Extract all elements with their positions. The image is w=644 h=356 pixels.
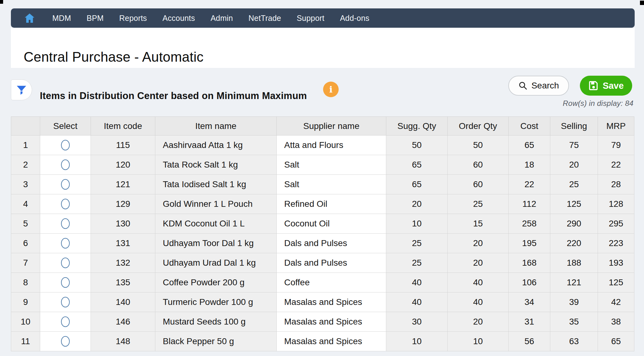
select-cell[interactable] [40, 273, 91, 292]
select-cell[interactable] [40, 194, 91, 214]
sugg-qty-cell: 20 [386, 194, 448, 214]
column-header-select: Select [40, 117, 91, 135]
order-qty-cell: 20 [448, 234, 509, 253]
sugg-qty-cell: 25 [386, 253, 448, 273]
mrp-cell: 65 [598, 332, 634, 351]
search-button[interactable]: Search [508, 76, 569, 96]
nav-item-mdm[interactable]: MDM [45, 14, 79, 23]
info-icon-glyph: i [329, 84, 333, 95]
select-radio[interactable] [61, 218, 70, 229]
supplier-name-cell: Masalas and Spices [277, 312, 386, 332]
supplier-name-cell: Refined Oil [277, 194, 386, 214]
info-icon[interactable]: i [323, 82, 339, 97]
table-row: 5130KDM Coconut Oil 1 LCoconut Oil101525… [11, 214, 634, 234]
order-qty-cell: 40 [448, 292, 509, 312]
item-code-cell: 146 [91, 312, 155, 332]
screenshot-artifact-top-right [640, 1, 644, 5]
sugg-qty-cell: 65 [386, 155, 448, 175]
table-header-row: SelectItem codeItem nameSupplier nameSug… [11, 117, 634, 135]
nav-item-support[interactable]: Support [289, 14, 332, 23]
select-cell[interactable] [40, 253, 91, 273]
mrp-cell: 193 [598, 253, 634, 273]
item-code-cell: 132 [91, 253, 155, 273]
row-number-cell: 8 [11, 273, 40, 292]
nav-item-reports[interactable]: Reports [111, 14, 155, 23]
home-icon[interactable] [24, 12, 35, 24]
select-cell[interactable] [40, 292, 91, 312]
table-row: 1115Aashirvaad Atta 1 kgAtta and Flours5… [11, 135, 634, 155]
save-button[interactable]: Save [580, 76, 632, 96]
mrp-cell: 22 [598, 155, 634, 175]
select-cell[interactable] [40, 155, 91, 175]
select-radio[interactable] [61, 297, 70, 307]
nav-item-admin[interactable]: Admin [203, 14, 241, 23]
select-radio[interactable] [61, 159, 70, 170]
mrp-cell: 38 [598, 312, 634, 332]
sugg-qty-cell: 25 [386, 234, 448, 253]
sugg-qty-cell: 50 [386, 135, 448, 155]
supplier-name-cell: Dals and Pulses [277, 253, 386, 273]
selling-cell: 39 [550, 292, 598, 312]
supplier-name-cell: Coffee [277, 273, 386, 292]
select-cell[interactable] [40, 214, 91, 234]
nav-item-nettrade[interactable]: NetTrade [241, 14, 289, 23]
item-name-cell: Mustard Seeds 100 g [155, 312, 277, 332]
cost-cell: 22 [509, 175, 550, 194]
sugg-qty-cell: 40 [386, 273, 448, 292]
item-name-cell: Black Pepper 50 g [155, 332, 277, 351]
table-row: 2120Tata Rock Salt 1 kgSalt6560182022 [11, 155, 634, 175]
sugg-qty-cell: 40 [386, 292, 448, 312]
column-header-cost: Cost [509, 117, 550, 135]
floppy-disk-icon [588, 80, 599, 91]
cost-cell: 168 [509, 253, 550, 273]
item-name-cell: Aashirvaad Atta 1 kg [155, 135, 277, 155]
cost-cell: 18 [509, 155, 550, 175]
row-number-cell: 2 [11, 155, 40, 175]
select-radio[interactable] [61, 277, 70, 288]
mrp-cell: 128 [598, 194, 634, 214]
cost-cell: 31 [509, 312, 550, 332]
sugg-qty-cell: 10 [386, 332, 448, 351]
search-button-label: Search [531, 81, 559, 91]
select-radio[interactable] [61, 336, 70, 347]
item-name-cell: KDM Coconut Oil 1 L [155, 214, 277, 234]
table-row: 8135Coffee Powder 200 gCoffee40401061211… [11, 273, 634, 292]
item-name-cell: Turmeric Powder 100 g [155, 292, 277, 312]
table-row: 9140Turmeric Powder 100 gMasalas and Spi… [11, 292, 634, 312]
supplier-name-cell: Coconut Oil [277, 214, 386, 234]
item-code-cell: 129 [91, 194, 155, 214]
select-cell[interactable] [40, 332, 91, 351]
selling-cell: 35 [550, 312, 598, 332]
nav-item-bpm[interactable]: BPM [79, 14, 111, 23]
mrp-cell: 295 [598, 214, 634, 234]
order-qty-cell: 60 [448, 175, 509, 194]
table-row: 7132Udhayam Urad Dal 1 kgDals and Pulses… [11, 253, 634, 273]
select-radio[interactable] [61, 238, 70, 249]
select-radio[interactable] [61, 316, 70, 327]
select-cell[interactable] [40, 234, 91, 253]
filter-button[interactable] [11, 79, 32, 100]
order-qty-cell: 20 [448, 253, 509, 273]
select-radio[interactable] [61, 258, 70, 268]
cost-cell: 56 [509, 332, 550, 351]
row-number-cell: 7 [11, 253, 40, 273]
rows-in-display-label: Row(s) in display: 84 [563, 99, 633, 108]
page-title: Central Purchase - Automatic [24, 49, 204, 65]
nav-item-accounts[interactable]: Accounts [155, 14, 203, 23]
selling-cell: 125 [550, 194, 598, 214]
column-header-sugg-qty: Sugg. Qty [386, 117, 448, 135]
order-qty-cell: 10 [448, 332, 509, 351]
select-radio[interactable] [61, 140, 70, 150]
select-cell[interactable] [40, 175, 91, 194]
select-cell[interactable] [40, 312, 91, 332]
select-radio[interactable] [61, 179, 70, 190]
mrp-cell: 125 [598, 273, 634, 292]
item-code-cell: 140 [91, 292, 155, 312]
item-name-cell: Udhayam Urad Dal 1 kg [155, 253, 277, 273]
select-radio[interactable] [61, 199, 70, 209]
nav-item-add-ons[interactable]: Add-ons [332, 14, 377, 23]
supplier-name-cell: Masalas and Spices [277, 292, 386, 312]
cost-cell: 258 [509, 214, 550, 234]
select-cell[interactable] [40, 135, 91, 155]
supplier-name-cell: Salt [277, 155, 386, 175]
